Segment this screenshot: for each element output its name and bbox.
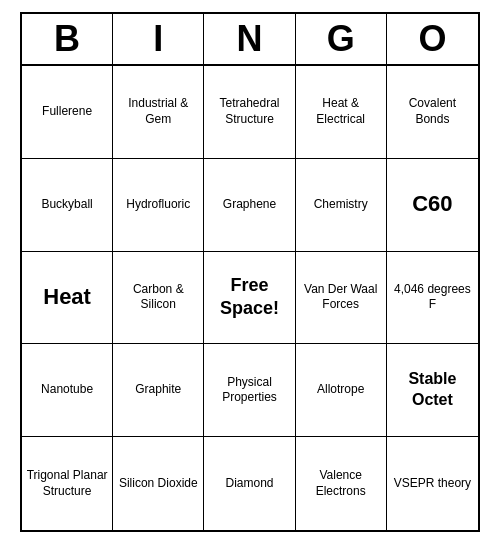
bingo-cell: Fullerene (22, 66, 113, 159)
bingo-cell: Valence Electrons (296, 437, 387, 530)
bingo-cell: Carbon & Silicon (113, 252, 204, 345)
header-letter: G (296, 14, 387, 64)
bingo-cell: Stable Octet (387, 344, 478, 437)
bingo-grid: FullereneIndustrial & GemTetrahedral Str… (22, 66, 478, 530)
bingo-cell: Covalent Bonds (387, 66, 478, 159)
bingo-card: BINGO FullereneIndustrial & GemTetrahedr… (20, 12, 480, 532)
bingo-cell: Heat (22, 252, 113, 345)
bingo-cell: Graphene (204, 159, 295, 252)
bingo-cell: Chemistry (296, 159, 387, 252)
bingo-cell: Nanotube (22, 344, 113, 437)
header-letter: O (387, 14, 478, 64)
bingo-cell: C60 (387, 159, 478, 252)
bingo-cell: Physical Properties (204, 344, 295, 437)
bingo-cell: Hydrofluoric (113, 159, 204, 252)
bingo-cell: Free Space! (204, 252, 295, 345)
bingo-cell: Tetrahedral Structure (204, 66, 295, 159)
bingo-cell: VSEPR theory (387, 437, 478, 530)
bingo-cell: Diamond (204, 437, 295, 530)
bingo-cell: Allotrope (296, 344, 387, 437)
bingo-header: BINGO (22, 14, 478, 66)
bingo-cell: Trigonal Planar Structure (22, 437, 113, 530)
bingo-cell: Silicon Dioxide (113, 437, 204, 530)
bingo-cell: Buckyball (22, 159, 113, 252)
header-letter: I (113, 14, 204, 64)
bingo-cell: Industrial & Gem (113, 66, 204, 159)
bingo-cell: Graphite (113, 344, 204, 437)
bingo-cell: 4,046 degrees F (387, 252, 478, 345)
bingo-cell: Heat & Electrical (296, 66, 387, 159)
header-letter: N (204, 14, 295, 64)
header-letter: B (22, 14, 113, 64)
bingo-cell: Van Der Waal Forces (296, 252, 387, 345)
